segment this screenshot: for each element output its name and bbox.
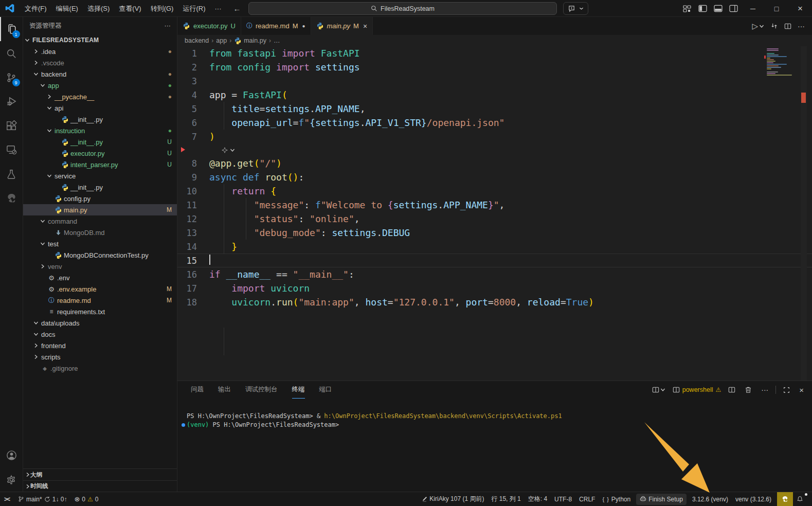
code-line-13[interactable]: 13 "debug_mode": settings.DEBUG <box>177 226 812 240</box>
menu-more-button[interactable]: ··· <box>210 5 226 12</box>
launch-profile-button[interactable] <box>650 385 667 395</box>
code-line-10[interactable]: 10 return { <box>177 184 812 198</box>
panel-tab-终端[interactable]: 终端 <box>292 381 305 399</box>
sidebar-section-0[interactable]: 大纲 <box>23 469 177 480</box>
activity-search-icon[interactable] <box>0 41 23 65</box>
menu-2[interactable]: 选择(S) <box>83 5 114 12</box>
tree-item[interactable]: .vscode <box>23 57 177 68</box>
menu-1[interactable]: 编辑(E) <box>51 5 83 12</box>
tree-item[interactable]: __pycache__● <box>23 91 177 102</box>
status-python-env[interactable]: venv (3.12.6) <box>732 494 775 505</box>
more-actions-button[interactable]: ··· <box>796 21 807 32</box>
open-changes-button[interactable] <box>768 21 780 31</box>
customize-layout-icon[interactable] <box>679 0 695 17</box>
activity-settings-icon[interactable] <box>0 467 23 492</box>
terminal-list-item[interactable]: powershell⚠ <box>673 386 721 393</box>
explorer-more-actions-button[interactable]: ··· <box>165 22 171 29</box>
status-git-blame[interactable]: KiriAky 107 (1 周前) <box>418 494 488 505</box>
maximize-panel-button[interactable] <box>781 385 792 395</box>
status-finish-setup[interactable]: Finish Setup <box>636 494 687 505</box>
tree-item[interactable]: frontend <box>23 340 177 351</box>
split-editor-button[interactable] <box>782 21 793 31</box>
breadcrumb-item[interactable]: main.py <box>234 37 266 45</box>
code-line-3[interactable]: 3 <box>177 74 812 88</box>
status-cursor-position[interactable]: 行 15, 列 1 <box>488 494 524 505</box>
code-editor[interactable]: 1from fastapi import FastAPI2from config… <box>177 46 812 381</box>
tree-item[interactable]: intent_parser.pyU <box>23 159 177 170</box>
toggle-primary-sidebar-icon[interactable] <box>695 0 710 17</box>
menu-4[interactable]: 转到(G) <box>146 5 178 12</box>
breadcrumb-item[interactable]: … <box>274 37 280 44</box>
split-terminal-button[interactable] <box>726 385 737 395</box>
code-line-2[interactable]: 2from config import settings <box>177 60 812 74</box>
tree-item[interactable]: __init__.py <box>23 114 177 125</box>
tab-main.py[interactable]: main.pyM× <box>311 17 373 35</box>
window-minimize-button[interactable]: ─ <box>741 0 765 17</box>
tree-item[interactable]: app● <box>23 80 177 91</box>
activity-source-control-icon[interactable]: 9 <box>0 65 23 89</box>
kill-terminal-button[interactable] <box>743 385 754 395</box>
tree-item[interactable]: executor.pyU <box>23 148 177 159</box>
status-indentation[interactable]: 空格: 4 <box>525 494 551 505</box>
tree-item[interactable]: ⚙.env.exampleM <box>23 283 177 295</box>
window-close-button[interactable]: × <box>788 0 812 17</box>
tree-item[interactable]: test <box>23 238 177 249</box>
copilot-sparkle-icon[interactable] <box>221 147 235 154</box>
code-line-9[interactable]: 9async def root(): <box>177 170 812 184</box>
tree-root[interactable]: FILESREADSYSTEAM <box>23 34 177 46</box>
terminal[interactable]: PS H:\OwnProject\FilesReadSysteam> & h:\… <box>177 399 812 492</box>
copilot-menu-button[interactable] <box>563 2 588 15</box>
activity-extension-swirl-icon[interactable] <box>0 186 23 210</box>
window-maximize-button[interactable]: □ <box>765 0 788 17</box>
code-line-4[interactable]: 4app = FastAPI( <box>177 88 812 102</box>
tree-item[interactable]: docs <box>23 329 177 340</box>
panel-tab-问题[interactable]: 问题 <box>191 381 204 399</box>
code-line-8[interactable]: 8@app.get("/") <box>177 156 812 170</box>
status-problems[interactable]: ⊗0⚠0 <box>70 494 102 505</box>
status-language-mode[interactable]: { }Python <box>599 494 634 505</box>
tab-executor.py[interactable]: executor.pyU <box>177 17 241 35</box>
tree-item[interactable]: venv <box>23 261 177 272</box>
tree-item[interactable]: __init__.py <box>23 182 177 193</box>
breadcrumb-item[interactable]: backend <box>185 37 209 44</box>
sidebar-section-1[interactable]: 时间线 <box>23 480 177 492</box>
code-line-12[interactable]: 12 "status": "online", <box>177 212 812 226</box>
tree-item[interactable]: scripts <box>23 351 177 363</box>
tree-item[interactable]: data\uploads <box>23 317 177 329</box>
tree-item[interactable]: config.py <box>23 193 177 204</box>
tree-item[interactable]: .idea● <box>23 46 177 57</box>
tree-item[interactable]: ⚙.env <box>23 272 177 283</box>
tree-item[interactable]: __init__.pyU <box>23 136 177 148</box>
command-center-search[interactable]: FilesReadSysteam <box>248 2 557 15</box>
code-line-11[interactable]: 11 "message": f"Welcome to {settings.APP… <box>177 198 812 212</box>
tree-item[interactable]: MongoDB.md <box>23 227 177 238</box>
menu-5[interactable]: 运行(R) <box>178 5 210 12</box>
activity-explorer-icon[interactable]: 1 <box>0 17 23 41</box>
code-line-7[interactable]: 7) <box>177 130 812 143</box>
activity-remote-explorer-icon[interactable] <box>0 138 23 162</box>
activity-accounts-icon[interactable] <box>0 443 23 467</box>
tree-item[interactable]: api <box>23 102 177 114</box>
code-line-16[interactable]: 16if __name__ == "__main__": <box>177 267 812 281</box>
code-line-5[interactable]: 5 title=settings.APP_NAME, <box>177 102 812 116</box>
code-line-17[interactable]: 17 import uvicorn <box>177 281 812 295</box>
activity-run-and-debug-icon[interactable] <box>0 89 23 114</box>
panel-tab-端口[interactable]: 端口 <box>319 381 332 399</box>
status-encoding[interactable]: UTF-8 <box>551 494 575 505</box>
code-line-6[interactable]: 6 openapi_url=f"{settings.API_V1_STR}/op… <box>177 116 812 130</box>
status-notifications[interactable] <box>793 494 807 505</box>
code-line-15[interactable]: 15 <box>177 254 812 267</box>
nav-back-button[interactable]: ← <box>233 4 241 13</box>
breadcrumb[interactable]: backend›app›main.py›… <box>177 35 812 46</box>
tab-close-icon[interactable]: × <box>363 22 367 30</box>
status-eol[interactable]: CRLF <box>575 494 599 505</box>
run-python-file-button[interactable]: ▷ <box>750 20 766 32</box>
code-line-14[interactable]: 14 } <box>177 240 812 254</box>
tree-item[interactable]: ⓘreadme.mdM <box>23 295 177 306</box>
tree-item[interactable]: instruction● <box>23 125 177 136</box>
status-python-interpreter[interactable]: 3.12.6 (venv) <box>689 494 732 505</box>
code-line-1[interactable]: 1from fastapi import FastAPI <box>177 46 812 60</box>
tree-item[interactable]: ≡requirements.txt <box>23 306 177 317</box>
code-line-18[interactable]: 18 uvicorn.run("main:app", host="127.0.0… <box>177 295 812 309</box>
panel-more-actions-button[interactable]: ··· <box>759 384 770 395</box>
